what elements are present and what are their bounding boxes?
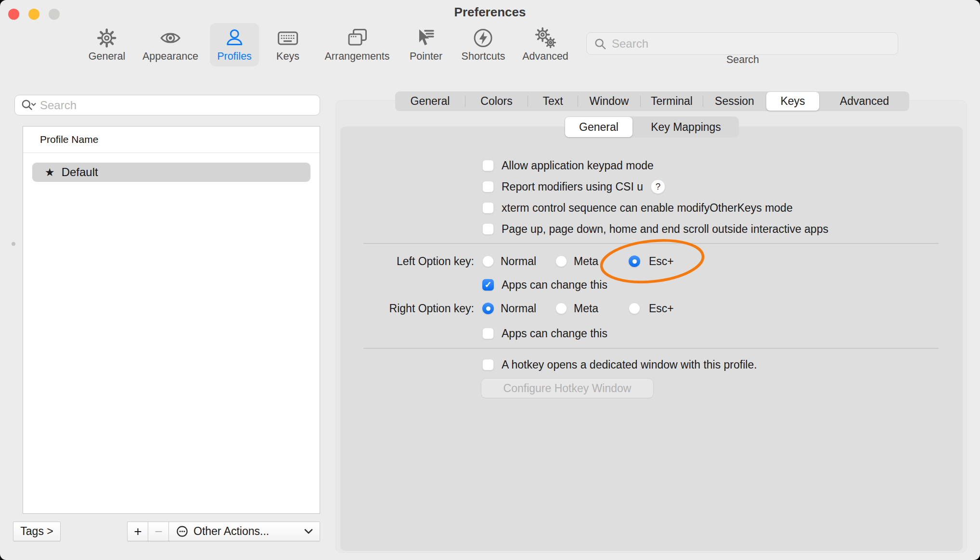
- label-page-scroll: Page up, page down, home and end scroll …: [502, 223, 828, 236]
- gear-icon: [96, 27, 118, 49]
- windows-icon: [346, 27, 368, 49]
- tab-keys[interactable]: Keys: [766, 92, 819, 111]
- toolbar-label-keys: Keys: [276, 51, 299, 63]
- keys-subtab-bar: General Key Mappings: [565, 116, 739, 138]
- label-modify-other-keys: xterm control sequence can enable modify…: [502, 202, 793, 215]
- toolbar-label-appearance: Appearance: [142, 51, 198, 63]
- search-icon: [593, 37, 607, 51]
- row-left-option-key: Left Option key: Normal Meta Esc+: [0, 255, 980, 267]
- radio-label-esc: Esc+: [649, 302, 674, 315]
- radio-left-option-esc[interactable]: [629, 255, 640, 267]
- checkbox-left-apps-can-change[interactable]: ✓: [482, 279, 494, 291]
- row-modify-other-keys: xterm control sequence can enable modify…: [0, 202, 980, 214]
- keyboard-icon: [277, 27, 299, 49]
- toolbar-item-profiles[interactable]: Profiles: [210, 23, 259, 66]
- label-csi-u: Report modifiers using CSI u: [502, 180, 643, 193]
- profile-list-header: Profile Name: [23, 127, 320, 153]
- profile-search-placeholder: Search: [40, 99, 77, 112]
- subtab-general[interactable]: General: [565, 117, 632, 137]
- profile-search-field[interactable]: Search: [14, 95, 320, 115]
- tab-session[interactable]: Session: [703, 91, 766, 111]
- checkbox-allow-keypad[interactable]: [482, 160, 494, 171]
- radio-label-meta: Meta: [574, 255, 598, 268]
- checkbox-csi-u[interactable]: [482, 181, 494, 192]
- radio-label-normal: Normal: [501, 255, 536, 268]
- label-hotkey-window: A hotkey opens a dedicated window with t…: [502, 358, 757, 371]
- toolbar-label-general: General: [89, 51, 126, 63]
- window-title: Preferences: [0, 5, 980, 20]
- tab-general[interactable]: General: [395, 91, 465, 111]
- pointer-icon: [415, 27, 437, 49]
- left-option-label: Left Option key:: [360, 255, 474, 268]
- toolbar-label-shortcuts: Shortcuts: [462, 51, 505, 63]
- checkbox-right-apps-can-change[interactable]: [482, 328, 494, 339]
- toolbar-item-general[interactable]: General: [81, 23, 133, 66]
- lightning-icon: [472, 27, 494, 49]
- chevron-down-icon: [304, 529, 313, 534]
- toolbar-search-label: Search: [726, 54, 759, 66]
- radio-label-esc: Esc+: [649, 255, 674, 268]
- other-actions-label: Other Actions...: [193, 525, 269, 538]
- checkbox-modify-other-keys[interactable]: [482, 202, 494, 214]
- separator-line: [363, 348, 939, 349]
- check-icon: ✓: [484, 280, 491, 289]
- toolbar-item-pointer[interactable]: Pointer: [402, 23, 450, 66]
- row-page-scroll: Page up, page down, home and end scroll …: [0, 223, 980, 235]
- configure-hotkey-window-button: Configure Hotkey Window: [481, 379, 653, 398]
- checkbox-page-scroll[interactable]: [482, 223, 494, 235]
- row-right-option-key: Right Option key: Normal Meta Esc+: [0, 302, 980, 315]
- radio-left-option-normal[interactable]: [482, 255, 494, 267]
- label-allow-keypad: Allow application keypad mode: [502, 159, 654, 172]
- tab-text[interactable]: Text: [528, 91, 578, 111]
- radio-right-option-meta[interactable]: [555, 303, 567, 314]
- add-profile-button[interactable]: +: [127, 522, 149, 541]
- label-right-apps-can-change: Apps can change this: [502, 327, 607, 340]
- subtab-key-mappings[interactable]: Key Mappings: [633, 116, 739, 138]
- row-hotkey: A hotkey opens a dedicated window with t…: [0, 358, 980, 371]
- toolbar-item-keys[interactable]: Keys: [269, 23, 307, 66]
- toolbar-label-advanced: Advanced: [522, 51, 568, 63]
- help-button[interactable]: ?: [651, 179, 665, 194]
- row-csi-u: Report modifiers using CSI u ?: [0, 180, 980, 193]
- toolbar-label-profiles: Profiles: [217, 51, 252, 63]
- row-left-apps-can-change: ✓ Apps can change this: [0, 279, 980, 291]
- right-option-label: Right Option key:: [360, 302, 474, 315]
- row-allow-keypad: Allow application keypad mode: [0, 159, 980, 172]
- toolbar-item-shortcuts[interactable]: Shortcuts: [454, 23, 513, 66]
- eye-icon: [159, 27, 181, 49]
- gears-icon: [534, 27, 556, 49]
- tab-advanced[interactable]: Advanced: [820, 91, 909, 111]
- toolbar-label-pointer: Pointer: [410, 51, 442, 63]
- tab-terminal[interactable]: Terminal: [641, 91, 703, 111]
- other-actions-dropdown[interactable]: Other Actions...: [168, 522, 320, 541]
- toolbar-item-appearance[interactable]: Appearance: [135, 23, 206, 66]
- checkbox-hotkey-window[interactable]: [482, 359, 494, 370]
- radio-right-option-esc[interactable]: [629, 303, 640, 314]
- ellipsis-circle-icon: [176, 525, 189, 538]
- toolbar-search-field[interactable]: Search: [586, 32, 898, 55]
- tags-button[interactable]: Tags >: [13, 522, 61, 541]
- label-left-apps-can-change: Apps can change this: [502, 279, 607, 292]
- toolbar-search-placeholder: Search: [612, 37, 648, 51]
- toolbar-label-arrangements: Arrangements: [324, 51, 389, 63]
- toolbar-item-advanced[interactable]: Advanced: [515, 23, 576, 66]
- preferences-window: Preferences General Appearance: [0, 0, 980, 560]
- separator-line: [363, 243, 939, 244]
- row-right-apps-can-change: Apps can change this: [0, 327, 980, 340]
- radio-right-option-normal[interactable]: [482, 303, 494, 314]
- profile-tab-bar: General Colors Text Window Terminal Sess…: [395, 91, 909, 111]
- radio-left-option-meta[interactable]: [555, 255, 567, 267]
- remove-profile-button[interactable]: −: [148, 522, 169, 541]
- radio-label-meta: Meta: [574, 302, 598, 315]
- radio-label-normal: Normal: [501, 302, 536, 315]
- search-scope-icon: [21, 99, 36, 112]
- person-icon: [223, 27, 245, 49]
- tab-colors[interactable]: Colors: [465, 91, 528, 111]
- toolbar-item-arrangements[interactable]: Arrangements: [317, 23, 397, 66]
- tab-window[interactable]: Window: [578, 91, 640, 111]
- splitter-handle-dot[interactable]: [12, 242, 15, 246]
